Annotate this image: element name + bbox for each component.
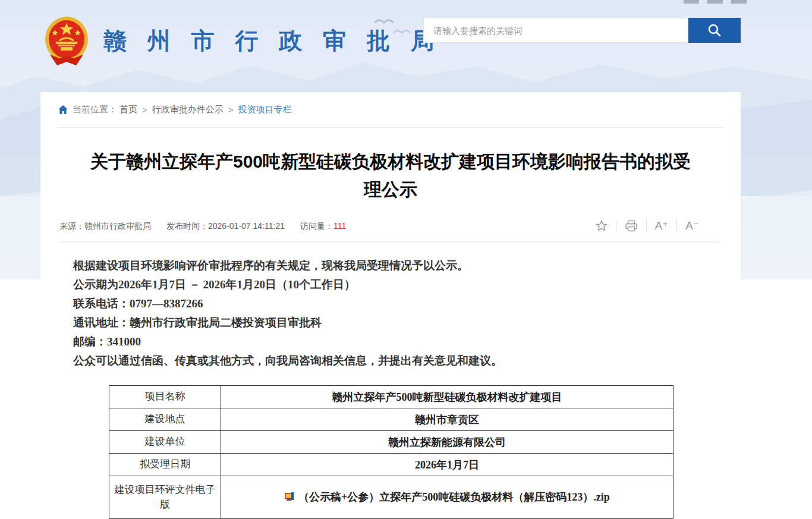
row-label-eia-file: 建设项目环评文件电子版 [109,476,221,519]
row-label-builder: 建设单位 [109,431,221,454]
row-value-location: 赣州市章贡区 [221,408,673,431]
paragraph: 通讯地址：赣州市行政审批局二楼投资项目审批科 [73,314,706,332]
breadcrumb-divider [58,127,723,128]
search-button[interactable] [688,18,741,43]
content-card: 当前位置： 首页 > 行政审批办件公示 > 投资项目专栏 关于赣州立探年产500… [40,92,741,519]
table-row: 建设单位 赣州立探新能源有限公司 [109,431,673,454]
meta-source-value: 赣州市行政审批局 [84,221,151,231]
row-value-project-name: 赣州立探年产500吨新型硅碳负极材料改扩建项目 [221,386,673,408]
meta-publish-time: 发布时间：2026-01-07 14:11:21 [166,221,285,232]
printer-icon [625,220,638,232]
favorite-button[interactable] [587,220,616,232]
breadcrumb: 当前位置： 首页 > 行政审批办件公示 > 投资项目专栏 [40,92,741,124]
breadcrumb-item-investment-projects[interactable]: 投资项目专栏 [238,104,292,115]
paragraph: 公示期为2026年1月7日 － 2026年1月20日（10个工作日） [73,276,706,294]
star-icon [596,220,608,232]
article-tools: A⁺ A⁻ [587,219,707,232]
paragraph: 公众可以通过信函、传真或其他方式，向我局咨询相关信息，并提出有关意见和建议。 [73,352,706,370]
table-row: 项目名称 赣州立探年产500吨新型硅碳负极材料改扩建项目 [109,386,673,408]
row-label-location: 建设地点 [109,408,221,431]
meta-views-label: 访问量： [300,221,333,231]
table-row: 建设项目环评文件电子版 （公示稿+公参）立探年产500吨硅碳负极材料（解压密码1… [109,476,673,519]
meta-source: 来源：赣州市行政审批局 [59,221,151,232]
row-value-builder: 赣州立探新能源有限公司 [221,431,673,454]
print-button[interactable] [616,220,646,232]
home-icon[interactable] [58,105,68,114]
article-title: 关于赣州立探年产500吨新型硅碳负极材料改扩建项目环境影响报告书的拟受理公示 [82,148,699,203]
meta-time-label: 发布时间： [166,221,208,231]
meta-divider [59,241,722,243]
row-label-project-name: 项目名称 [109,386,221,408]
table-row: 建设地点 赣州市章贡区 [109,408,673,431]
breadcrumb-separator: > [228,105,234,115]
site-brand[interactable]: 赣 州 市 行 政 审 批 局 [37,15,441,67]
search-box [423,18,741,43]
paragraph: 根据建设项目环境影响评价审批程序的有关规定，现将我局受理情况予以公示。 [73,257,706,275]
site-title: 赣 州 市 行 政 审 批 局 [103,25,441,57]
table-row: 拟受理日期 2026年1月7日 [109,454,673,476]
paragraph: 联系电话：0797—8387266 [73,295,706,313]
breadcrumb-item-home[interactable]: 首页 [119,104,137,115]
font-increase-button[interactable]: A⁺ [646,219,677,232]
row-label-acceptance-date: 拟受理日期 [109,454,221,476]
search-input[interactable] [423,18,688,43]
eia-file-name: （公示稿+公参）立探年产500吨硅碳负极材料（解压密码123）.zip [298,490,610,504]
site-header: 赣 州 市 行 政 审 批 局 [0,0,812,89]
breadcrumb-separator: > [142,105,147,115]
national-emblem-logo [37,15,96,67]
paragraph: 邮编：341000 [73,333,706,351]
eia-file-download-link[interactable]: （公示稿+公参）立探年产500吨硅碳负极材料（解压密码123）.zip [284,490,610,504]
meta-views-value: 111 [333,221,346,231]
font-decrease-button[interactable]: A⁻ [676,219,707,232]
breadcrumb-label: 当前位置： [73,104,117,115]
zip-file-icon [284,492,295,502]
row-value-acceptance-date: 2026年1月7日 [221,454,673,476]
top-right-clipped-links [684,0,747,4]
project-info-table: 项目名称 赣州立探年产500吨新型硅碳负极材料改扩建项目 建设地点 赣州市章贡区… [109,385,673,519]
meta-source-label: 来源： [59,221,84,231]
article-meta: 来源：赣州市行政审批局 发布时间：2026-01-07 14:11:21 访问量… [59,219,722,234]
meta-views: 访问量：111 [300,221,346,232]
search-icon [707,23,722,38]
meta-time-value: 2026-01-07 14:11:21 [208,221,285,231]
breadcrumb-item-approval-publicity[interactable]: 行政审批办件公示 [152,104,224,115]
article-body: 根据建设项目环境影响评价审批程序的有关规定，现将我局受理情况予以公示。 公示期为… [73,257,706,370]
